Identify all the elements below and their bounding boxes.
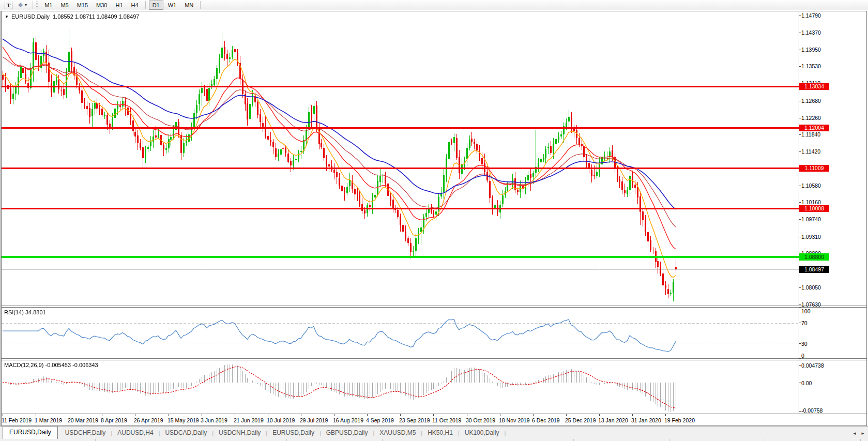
macd-axis-label: 0.004738 xyxy=(801,362,824,369)
text-tool-icon: T xyxy=(5,2,12,9)
chart-title-text: EURUSD,Daily 1.08552 1.08711 1.08409 1.0… xyxy=(11,13,139,20)
rsi-indicator-label: RSI(14) 34.8801 xyxy=(4,309,46,315)
level-price-badge: 1.10008 xyxy=(799,205,829,212)
date-tick-label: 15 May 2019 xyxy=(167,417,199,423)
symbol-tab-eurusd-daily[interactable]: EURUSD,Daily xyxy=(3,426,58,439)
objects-dropdown-button[interactable]: ❖ ▾ xyxy=(16,1,29,9)
price-tick-mark xyxy=(799,219,801,220)
price-tick-label: 1.07630 xyxy=(801,301,821,308)
date-tick-mark xyxy=(533,414,534,416)
price-tick-label: 1.12260 xyxy=(801,115,821,121)
price-tick-mark xyxy=(799,16,801,16)
date-tick-mark xyxy=(235,414,235,416)
timeframe-button-m1[interactable]: M1 xyxy=(41,1,56,10)
date-tick-mark xyxy=(400,414,401,416)
tab-scroll-right-icon[interactable]: ► xyxy=(861,431,865,436)
date-tick-label: 26 Apr 2019 xyxy=(134,417,163,423)
date-tick-mark xyxy=(102,414,102,416)
price-tick-mark xyxy=(799,287,801,288)
price-tick-mark xyxy=(799,134,801,135)
symbol-tab-eurusd-daily[interactable]: EURUSD,Daily xyxy=(267,427,319,439)
date-tick-label: 6 Dec 2019 xyxy=(532,417,560,423)
symbol-tab-audusd-h4[interactable]: AUDUSD,H4 xyxy=(112,427,158,439)
price-tick-mark xyxy=(799,151,801,152)
symbol-tab-xauusd-m5[interactable]: XAUUSD,M5 xyxy=(374,427,421,439)
price-tick-label: 1.13950 xyxy=(801,47,821,53)
date-tick-mark xyxy=(500,414,500,416)
price-tick-label: 1.08050 xyxy=(801,284,821,291)
rsi-axis-label: 0 xyxy=(801,353,804,359)
timeframe-button-d1[interactable]: D1 xyxy=(149,1,163,10)
date-tick-label: 16 Aug 2019 xyxy=(333,417,363,423)
symbol-tab-usdchf-daily[interactable]: USDCHF,Daily xyxy=(60,427,111,439)
macd-pane-canvas[interactable] xyxy=(2,360,799,413)
timeframe-button-m5[interactable]: M5 xyxy=(57,1,72,10)
timeframe-button-m15[interactable]: M15 xyxy=(73,1,92,10)
symbol-tab-uk100-daily[interactable]: UK100,Daily xyxy=(460,427,505,439)
chart-tabs: EURUSD,DailyUSDCHF,Daily|AUDUSD,H4|USDCA… xyxy=(3,426,506,439)
macd-tick-mark xyxy=(799,383,801,383)
level-price-badge: 1.12004 xyxy=(799,125,829,131)
date-tick-mark xyxy=(632,414,633,416)
price-tick-mark xyxy=(799,50,801,50)
price-tick-label: 1.09310 xyxy=(801,234,821,240)
rsi-axis-label: 100 xyxy=(801,308,811,314)
date-tick-label: 20 Mar 2019 xyxy=(68,417,98,423)
date-tick-mark xyxy=(69,414,69,416)
price-tick-label: 1.14370 xyxy=(801,29,821,36)
rsi-tick-mark xyxy=(799,358,801,359)
date-axis-border xyxy=(2,414,866,414)
rsi-pane-canvas[interactable] xyxy=(2,308,799,358)
rsi-axis-label: 70 xyxy=(801,320,808,326)
rsi-tick-mark xyxy=(799,308,801,308)
chart-menu-icon[interactable]: ▼ xyxy=(5,14,9,19)
pane-splitter[interactable] xyxy=(2,358,866,360)
price-tick-label: 1.10580 xyxy=(801,183,821,189)
symbol-tab-gbpusd-daily[interactable]: GBPUSD,Daily xyxy=(321,427,373,439)
timeframe-buttons: M1M5M15M30H1H4D1W1MN xyxy=(40,1,203,10)
timeframe-button-h4[interactable]: H4 xyxy=(128,1,142,10)
timeframe-button-m30[interactable]: M30 xyxy=(93,1,111,10)
mdi-left-edge xyxy=(0,11,1,441)
date-tick-label: 11 Feb 2019 xyxy=(2,417,32,423)
date-tick-label: 30 Oct 2019 xyxy=(466,417,495,423)
symbol-tab-hk50-h1[interactable]: HK50,H1 xyxy=(422,427,458,439)
toolbar-grip[interactable] xyxy=(36,2,38,9)
price-tick-label: 1.11840 xyxy=(801,131,820,138)
toolbar: T ❖ ▾ M1M5M15M30H1H4D1W1MN xyxy=(0,0,868,10)
price-tick-label: 1.12680 xyxy=(801,98,821,104)
price-tick-mark xyxy=(799,118,801,118)
mt4-window: T ❖ ▾ M1M5M15M30H1H4D1W1MN ▼EURUSD,Daily… xyxy=(0,0,868,441)
symbol-tab-usdcnh-daily[interactable]: USDCNH,Daily xyxy=(214,427,266,439)
symbol-tab-usdcad-daily[interactable]: USDCAD,Daily xyxy=(160,427,212,439)
date-tick-label: 11 Oct 2019 xyxy=(432,417,461,423)
price-tick-mark xyxy=(799,202,801,203)
date-tick-label: 3 Jun 2019 xyxy=(201,417,227,423)
price-tick-label: 1.09740 xyxy=(801,216,821,222)
tab-divider: | xyxy=(504,430,506,439)
toolbar-separator xyxy=(33,1,33,9)
text-tool-button[interactable]: T xyxy=(3,1,14,9)
timeframe-button-w1[interactable]: W1 xyxy=(164,1,180,10)
price-tick-mark xyxy=(799,33,801,33)
date-tick-label: 19 Feb 2020 xyxy=(664,417,695,423)
date-tick-mark xyxy=(3,414,3,416)
date-tick-mark xyxy=(268,414,268,416)
date-tick-mark xyxy=(202,414,202,416)
date-tick-mark xyxy=(301,414,301,416)
level-price-badge: 1.08800 xyxy=(799,253,829,261)
timeframe-button-h1[interactable]: H1 xyxy=(112,1,127,10)
date-tick-label: 29 Jul 2019 xyxy=(300,417,328,423)
level-price-badge: 1.13034 xyxy=(799,83,829,90)
date-tick-mark xyxy=(599,414,600,416)
timeframe-button-mn[interactable]: MN xyxy=(181,1,197,10)
current-price-badge: 1.08497 xyxy=(799,266,829,273)
date-tick-mark xyxy=(566,414,567,416)
date-tick-label: 25 Dec 2019 xyxy=(565,417,596,423)
pane-splitter[interactable] xyxy=(2,306,866,308)
tab-scroll-left-icon[interactable]: ◄ xyxy=(852,431,857,436)
price-chart-canvas[interactable] xyxy=(2,11,799,306)
date-tick-label: 31 Jan 2020 xyxy=(631,417,661,423)
macd-axis-label: -0.00758 xyxy=(801,407,823,414)
date-tick-mark xyxy=(334,414,334,416)
